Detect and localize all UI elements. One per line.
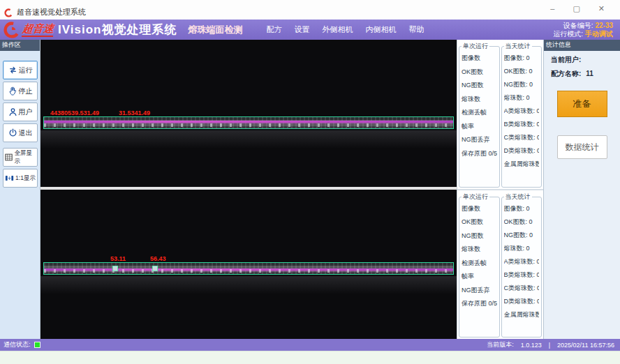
data-statistics-button[interactable]: 数据统计: [557, 135, 607, 159]
single-run-box: 单次运行 图像数 OK图数 NG图数 熔珠数 检测丢帧 帧率 NG图丢弃 保存原…: [459, 42, 500, 188]
operation-sidebar: 操作区 运行 停止 用户: [0, 40, 40, 339]
user-button-label: 用户: [19, 107, 33, 117]
single-run-title: 单次运行: [462, 42, 489, 51]
recipe-name-label: 配方名称:: [551, 70, 581, 77]
stat-row: NG图数: [462, 229, 497, 243]
camera-view-top: 44380539.531.49 31.5341.49: [40, 40, 457, 187]
statistics-columns: 单次运行 图像数 OK图数 NG图数 熔珠数 检测丢帧 帧率 NG图丢弃 保存原…: [457, 40, 543, 339]
maximize-icon[interactable]: ▢: [573, 4, 580, 13]
app-window: 超音速视觉处理系统 – ▢ ✕ 超音速 IVision视觉处理系统 熔珠端面检测…: [0, 0, 620, 364]
menu-item-outer-camera[interactable]: 外侧相机: [322, 24, 353, 35]
fullscreen-button-label: 全屏显示: [15, 149, 37, 166]
stat-row: NG图数: 0: [504, 78, 540, 91]
bead-glow: [40, 276, 457, 294]
menu-item-settings[interactable]: 设置: [294, 24, 309, 35]
menu-item-help[interactable]: 帮助: [408, 24, 424, 35]
stat-row: B类熔珠数: 0: [504, 118, 540, 131]
minimize-icon[interactable]: –: [550, 4, 554, 13]
stat-row: OK图数: [462, 66, 497, 79]
defect-marker: [112, 266, 118, 271]
stat-row: OK图数: 0: [504, 65, 540, 78]
single-run-box: 单次运行 图像数 OK图数 NG图数 熔珠数 检测丢帧 帧率 NG图丢弃 保存原…: [459, 192, 500, 338]
bottom-strip: [0, 351, 620, 364]
comm-status-indicator: [34, 342, 40, 348]
one-to-one-button[interactable]: 1:1显示: [3, 169, 38, 188]
stat-row: 保存原图 0/500: [462, 297, 497, 311]
menu-item-inner-camera[interactable]: 内侧相机: [365, 24, 396, 35]
stat-row: D类熔珠数: 0: [504, 295, 540, 308]
stat-row: NG图数: [462, 79, 497, 93]
stat-row: 帧率: [462, 270, 497, 284]
app-title: IVision视觉处理系统: [58, 22, 177, 38]
detection-roi-box: [43, 116, 454, 129]
run-mode-label: 运行模式:: [553, 30, 583, 38]
close-icon[interactable]: ✕: [598, 4, 605, 13]
device-info: 设备编号:22-33 运行模式:手动调试: [553, 22, 613, 38]
user-button[interactable]: 用户: [3, 103, 38, 121]
app-logo-icon: [4, 8, 13, 17]
today-stats-title: 当天统计: [504, 42, 532, 51]
window-title: 超音速视觉处理系统: [17, 7, 86, 17]
stat-row: A类熔珠数: 0: [504, 255, 540, 268]
bead-speckles: [44, 123, 453, 127]
measurement-annotation: 53.11: [110, 255, 126, 262]
fullscreen-grid-icon: [3, 152, 14, 162]
stat-row: OK图数: 0: [504, 215, 540, 229]
stat-row: 图像数: 0: [504, 52, 540, 65]
stat-row: 检测丢帧: [462, 257, 497, 271]
power-icon: [8, 128, 18, 138]
os-titlebar: 超音速视觉处理系统 – ▢ ✕: [0, 0, 620, 20]
stat-row: B类熔珠数: 0: [504, 268, 540, 282]
defect-marker: [152, 266, 158, 271]
menu-item-recipe[interactable]: 配方: [266, 24, 281, 35]
single-run-title: 单次运行: [462, 192, 489, 202]
version-label: 当前版本:: [487, 340, 514, 349]
stat-row: 熔珠数: 0: [504, 242, 540, 255]
stat-row: 熔珠数: 0: [504, 91, 540, 105]
status-separator: |: [549, 342, 550, 349]
stat-row: 图像数: 0: [504, 202, 540, 215]
stat-row: 检测丢帧: [462, 106, 497, 120]
fullscreen-button[interactable]: 全屏显示: [3, 148, 38, 167]
stat-row: 熔珠数: [462, 93, 497, 107]
today-stats-box: 当天统计 图像数: 0 OK图数: 0 NG图数: 0 熔珠数: 0 A类熔珠数…: [501, 192, 542, 338]
status-bar: 通信状态: 当前版本: 1.0.123 | 2025/02/11 16:57:5…: [0, 339, 620, 351]
stat-row: 图像数: [462, 52, 497, 66]
camera-view-bottom: 53.11 56.43: [40, 190, 457, 339]
stop-button[interactable]: 停止: [3, 82, 38, 100]
run-button[interactable]: 运行: [3, 61, 38, 79]
measurement-annotation: 44380539.531.49: [50, 109, 99, 116]
stat-row: A类熔珠数: 0: [504, 105, 540, 118]
app-subtitle: 熔珠端面检测: [188, 24, 242, 36]
version-value: 1.0.123: [521, 342, 542, 349]
laser-line: [44, 121, 453, 123]
datetime-value: 2025/02/11 16:57:56: [557, 342, 614, 349]
info-panel-title: 统计信息: [544, 40, 620, 51]
stat-row: C类熔珠数: 0: [504, 131, 540, 144]
one-to-one-button-label: 1:1显示: [15, 174, 36, 183]
user-icon: [8, 107, 18, 117]
stat-row: NG图丢弃: [462, 284, 497, 298]
app-header: 超音速 IVision视觉处理系统 熔珠端面检测 配方 设置 外侧相机 内侧相机…: [0, 20, 620, 40]
stat-row: NG图丢弃: [462, 133, 497, 147]
stat-row: 帧率: [462, 120, 497, 134]
today-stats-title: 当天统计: [504, 192, 532, 202]
run-button-label: 运行: [19, 66, 33, 75]
stat-row: D类熔珠数: 0: [504, 144, 540, 158]
stat-row: 图像数: [462, 202, 497, 216]
today-stats-box: 当天统计 图像数: 0 OK图数: 0 NG图数: 0 熔珠数: 0 A类熔珠数…: [501, 42, 542, 188]
device-number-label: 设备编号:: [563, 22, 593, 29]
exit-button-label: 退出: [19, 128, 33, 138]
measurement-annotation: 31.5341.49: [119, 109, 150, 116]
camera-viewport: 44380539.531.49 31.5341.49 53.11 56.43: [40, 40, 457, 339]
exit-button[interactable]: 退出: [3, 123, 38, 142]
device-number-value: 22-33: [595, 22, 613, 29]
comm-status-label: 通信状态:: [3, 340, 31, 349]
prepare-button[interactable]: 准备: [557, 91, 607, 117]
stats-group-bottom: 单次运行 图像数 OK图数 NG图数 熔珠数 检测丢帧 帧率 NG图丢弃 保存原…: [457, 190, 543, 340]
stat-row: OK图数: [462, 215, 497, 229]
stat-row: 金属屑熔珠数: 0: [504, 308, 540, 321]
stat-row: 保存原图 0/500: [462, 147, 497, 161]
detection-roi-box: [43, 262, 454, 275]
bead-glow: [40, 130, 457, 149]
